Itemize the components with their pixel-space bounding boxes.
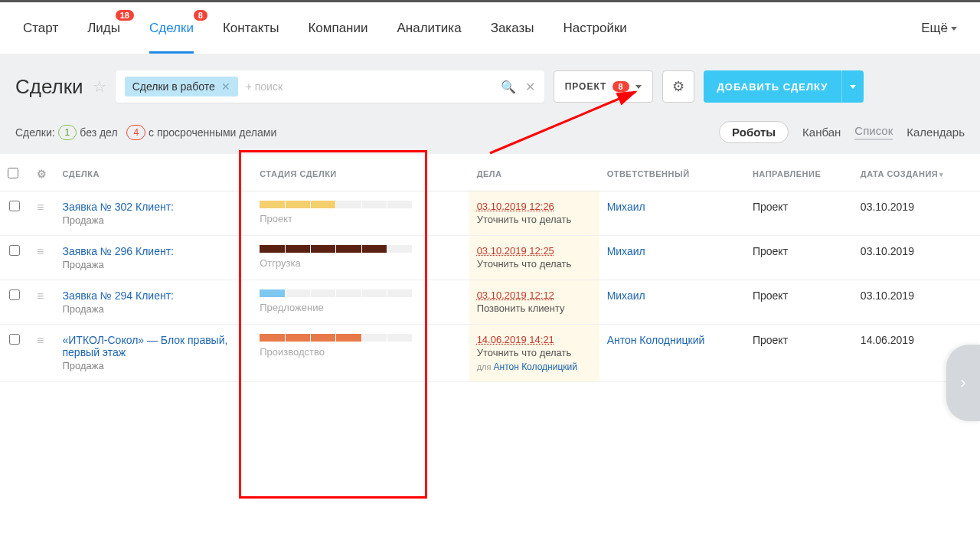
stage-label: Производство xyxy=(260,346,461,358)
count-no-tasks[interactable]: 1 xyxy=(58,125,77,140)
chevron-right-icon: › xyxy=(960,373,965,393)
created-date-cell: 03.10.2019 xyxy=(853,236,980,280)
nav-more[interactable]: Ещё xyxy=(921,21,957,36)
task-text: Уточнить что делать xyxy=(477,214,592,225)
direction-cell: Проект xyxy=(745,325,853,382)
stage-progress[interactable] xyxy=(260,289,413,297)
search-icon[interactable]: 🔍 xyxy=(501,80,516,94)
task-text: Уточнить что делать xyxy=(477,258,592,270)
responsible-link[interactable]: Антон Колодницкий xyxy=(607,334,705,346)
row-checkbox[interactable] xyxy=(9,334,20,345)
table-row: ≡Заявка № 302 Клиент:ПродажаПроект03.10.… xyxy=(0,191,980,236)
task-assignee-link[interactable]: Антон Колодницкий xyxy=(494,361,577,372)
table-row: ≡Заявка № 294 Клиент:ПродажаПредложение0… xyxy=(0,280,980,325)
search-clear-icon[interactable]: ✕ xyxy=(525,80,535,94)
nav-settings[interactable]: Настройки xyxy=(563,4,626,53)
responsible-link[interactable]: Михаил xyxy=(607,245,645,257)
deal-link[interactable]: Заявка № 294 Клиент: xyxy=(63,289,245,302)
deals-table: ⚙ Сделка Стадия сделки Дела Ответственны… xyxy=(0,154,980,382)
nav-leads[interactable]: Лиды18 xyxy=(87,4,120,53)
task-date-link[interactable]: 03.10.2019 12:26 xyxy=(477,201,592,212)
col-responsible[interactable]: Ответственный xyxy=(599,154,745,191)
stage-progress[interactable] xyxy=(260,245,413,253)
created-date-cell: 03.10.2019 xyxy=(853,191,980,236)
col-deal[interactable]: Сделка xyxy=(55,154,253,191)
search-box[interactable]: Сделки в работе ✕ + поиск 🔍 ✕ xyxy=(116,70,544,103)
chevron-down-icon xyxy=(850,85,856,89)
task-text: Уточнить что делать xyxy=(477,347,592,358)
view-calendar[interactable]: Календарь xyxy=(906,126,965,139)
project-badge: 8 xyxy=(612,81,629,92)
nav-orders[interactable]: Заказы xyxy=(491,4,534,53)
direction-cell: Проект xyxy=(745,280,853,325)
project-dropdown-button[interactable]: ПРОЕКТ 8 xyxy=(554,70,653,103)
nav-deals-badge: 8 xyxy=(194,10,207,21)
count-overdue[interactable]: 4 xyxy=(126,125,145,140)
deal-link[interactable]: «ИТКОЛ-Сокол» — Блок правый, первый этаж xyxy=(63,334,245,358)
col-stage[interactable]: Стадия сделки xyxy=(252,154,469,191)
column-settings-icon[interactable]: ⚙ xyxy=(37,168,47,180)
direction-cell: Проект xyxy=(745,236,853,280)
task-text: Позвонить клиенту xyxy=(477,302,592,314)
drag-handle-icon[interactable]: ≡ xyxy=(37,334,41,347)
deal-link[interactable]: Заявка № 296 Клиент: xyxy=(63,245,245,257)
settings-gear-button[interactable]: ⚙ xyxy=(662,70,694,103)
deal-subtype: Продажа xyxy=(63,360,245,371)
stage-label: Проект xyxy=(260,213,461,224)
nav-deals[interactable]: Сделки8 xyxy=(149,4,194,53)
nav-leads-badge: 18 xyxy=(116,10,134,21)
subfilter-bar: Сделки: 1 без дел 4 с просроченными дела… xyxy=(0,110,980,154)
view-list[interactable]: Список xyxy=(854,124,893,140)
drag-handle-icon[interactable]: ≡ xyxy=(37,289,41,302)
row-checkbox[interactable] xyxy=(9,201,20,211)
right-side-panel-toggle[interactable]: › xyxy=(946,345,980,421)
task-date-link[interactable]: 03.10.2019 12:12 xyxy=(477,289,592,301)
stage-label: Отгрузка xyxy=(260,257,461,269)
deal-subtype: Продажа xyxy=(63,303,245,315)
row-checkbox[interactable] xyxy=(9,289,20,300)
sort-caret-icon: ▾ xyxy=(939,171,944,178)
table-row: ≡Заявка № 296 Клиент:ПродажаОтгрузка03.1… xyxy=(0,236,980,280)
add-deal-button[interactable]: Добавить сделку xyxy=(704,70,864,103)
task-date-link[interactable]: 03.10.2019 12:25 xyxy=(477,245,592,257)
task-assignee: для Антон Колодницкий xyxy=(477,361,592,372)
row-checkbox[interactable] xyxy=(9,245,20,256)
deal-subtype: Продажа xyxy=(63,214,245,226)
drag-handle-icon[interactable]: ≡ xyxy=(37,201,41,214)
nav-contacts[interactable]: Контакты xyxy=(223,4,279,53)
filter-tag-remove-icon[interactable]: ✕ xyxy=(221,80,230,93)
deal-subtype: Продажа xyxy=(63,259,245,270)
add-deal-dropdown[interactable] xyxy=(841,70,864,103)
deal-link[interactable]: Заявка № 302 Клиент: xyxy=(63,201,245,213)
view-switcher: Роботы Канбан Список Календарь xyxy=(719,121,965,143)
nav-start[interactable]: Старт xyxy=(23,4,58,53)
col-tasks[interactable]: Дела xyxy=(469,154,599,191)
task-date-link[interactable]: 14.06.2019 14:21 xyxy=(477,334,592,345)
filter-tag[interactable]: Сделки в работе ✕ xyxy=(125,77,238,96)
created-date-cell: 03.10.2019 xyxy=(853,280,980,325)
stage-label: Предложение xyxy=(260,302,461,313)
view-kanban[interactable]: Канбан xyxy=(802,126,841,139)
table-row: ≡«ИТКОЛ-Сокол» — Блок правый, первый эта… xyxy=(0,325,980,382)
col-created[interactable]: Дата создания▾ xyxy=(853,154,980,191)
page-title: Сделки xyxy=(15,75,83,99)
favorite-star-icon[interactable]: ☆ xyxy=(93,77,106,96)
stage-progress[interactable] xyxy=(260,334,413,342)
drag-handle-icon[interactable]: ≡ xyxy=(37,245,41,258)
direction-cell: Проект xyxy=(745,191,853,236)
responsible-link[interactable]: Михаил xyxy=(607,201,645,213)
chevron-down-icon xyxy=(951,27,957,31)
search-placeholder: + поиск xyxy=(246,80,283,93)
view-robots[interactable]: Роботы xyxy=(719,121,789,143)
gear-icon: ⚙ xyxy=(672,78,684,95)
select-all-checkbox[interactable] xyxy=(8,168,18,178)
nav-analytics[interactable]: Аналитика xyxy=(397,4,461,53)
col-direction[interactable]: Направление xyxy=(745,154,853,191)
nav-companies[interactable]: Компании xyxy=(308,4,368,53)
responsible-link[interactable]: Михаил xyxy=(607,289,645,302)
top-nav: Старт Лиды18 Сделки8 Контакты Компании А… xyxy=(0,0,980,55)
chevron-down-icon xyxy=(635,85,642,89)
stage-progress[interactable] xyxy=(260,201,413,208)
header-bar: Сделки ☆ Сделки в работе ✕ + поиск 🔍 ✕ П… xyxy=(0,55,980,110)
